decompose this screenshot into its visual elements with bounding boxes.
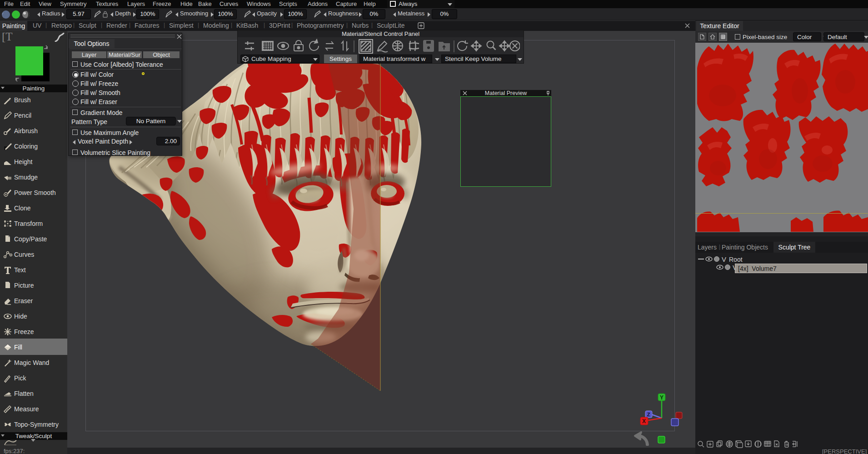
- svg-text:Z: Z: [647, 412, 650, 417]
- svg-text:X: X: [642, 418, 646, 424]
- svg-text:Y: Y: [660, 394, 663, 401]
